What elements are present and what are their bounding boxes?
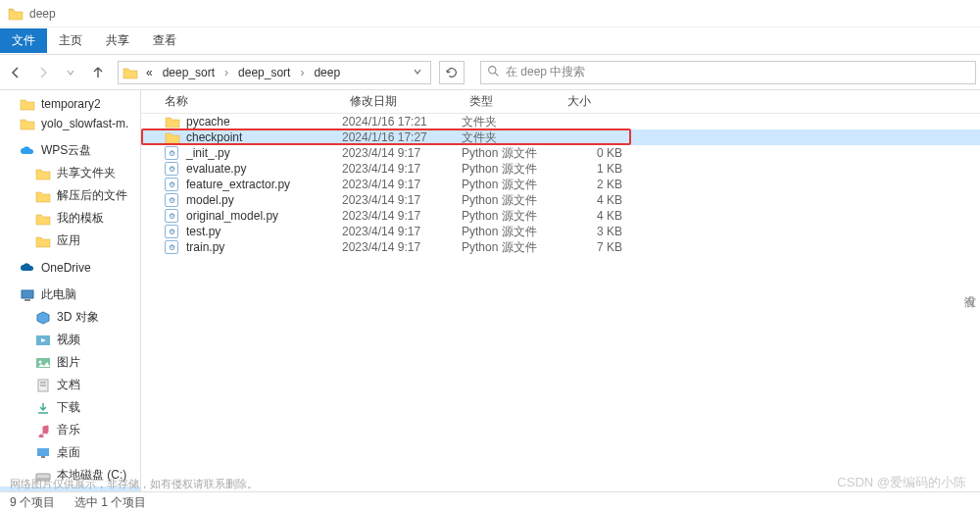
file-size: 0 KB bbox=[560, 146, 638, 160]
back-button[interactable] bbox=[4, 61, 27, 84]
breadcrumb-pre[interactable]: « bbox=[142, 64, 157, 81]
file-row[interactable]: ⚙train.py2023/4/14 9:17Python 源文件7 KB bbox=[141, 239, 980, 255]
python-file-icon: ⚙ bbox=[165, 178, 178, 191]
tree-icon bbox=[20, 117, 35, 130]
file-icon: ⚙ bbox=[165, 225, 180, 238]
sidebar-item[interactable]: 3D 对象 bbox=[0, 306, 140, 329]
file-date: 2023/4/14 9:17 bbox=[342, 209, 462, 223]
forward-button[interactable] bbox=[31, 61, 55, 84]
file-row[interactable]: ⚙_init_.py2023/4/14 9:17Python 源文件0 KB bbox=[141, 145, 980, 161]
sidebar-item[interactable]: temporary2 bbox=[0, 94, 140, 114]
breadcrumb: « deep_sort › deep_sort › deep bbox=[142, 64, 344, 81]
tree-icon bbox=[35, 446, 51, 460]
python-file-icon: ⚙ bbox=[165, 240, 178, 254]
file-size: 2 KB bbox=[560, 178, 638, 191]
search-input[interactable]: 在 deep 中搜索 bbox=[480, 61, 976, 84]
sidebar-item-label: 应用 bbox=[57, 232, 80, 249]
python-file-icon: ⚙ bbox=[165, 209, 178, 223]
watermark-text: 网络图片仅供展示，非存储，如有侵权请联系删除。 bbox=[10, 477, 258, 491]
file-icon: ⚙ bbox=[165, 146, 180, 160]
file-icon: ⚙ bbox=[165, 193, 180, 207]
tree-icon bbox=[35, 424, 51, 437]
refresh-button[interactable] bbox=[439, 61, 465, 84]
tree-icon bbox=[35, 333, 51, 347]
file-type: Python 源文件 bbox=[462, 192, 560, 209]
sidebar-item[interactable]: WPS云盘 bbox=[0, 139, 140, 162]
svg-point-7 bbox=[39, 360, 42, 363]
sidebar-item[interactable]: OneDrive bbox=[0, 258, 140, 278]
header-type[interactable]: 类型 bbox=[462, 93, 560, 110]
recent-dropdown[interactable] bbox=[59, 61, 82, 84]
file-row[interactable]: ⚙original_model.py2023/4/14 9:17Python 源… bbox=[141, 208, 980, 224]
sidebar-item[interactable]: 此电脑 bbox=[0, 283, 140, 306]
file-row[interactable]: checkpoint2024/1/16 17:27文件夹 bbox=[141, 129, 980, 145]
tree-icon bbox=[35, 167, 51, 180]
file-row[interactable]: ⚙evaluate.py2023/4/14 9:17Python 源文件1 KB bbox=[141, 161, 980, 177]
sidebar-item[interactable]: 应用 bbox=[0, 230, 140, 252]
sidebar-item[interactable]: 音乐 bbox=[0, 419, 140, 441]
tree-icon bbox=[35, 356, 51, 370]
file-name: checkpoint bbox=[186, 130, 242, 144]
sidebar-item[interactable]: 我的模板 bbox=[0, 207, 140, 230]
python-file-icon: ⚙ bbox=[165, 146, 178, 160]
tree-icon bbox=[35, 379, 51, 392]
header-name[interactable]: 名称 bbox=[141, 93, 342, 110]
file-row[interactable]: ⚙feature_extractor.py2023/4/14 9:17Pytho… bbox=[141, 177, 980, 192]
addressbar[interactable]: « deep_sort › deep_sort › deep bbox=[118, 61, 431, 84]
file-list: pycache2024/1/16 17:21文件夹checkpoint2024/… bbox=[141, 114, 980, 491]
item-count: 9 个项目 bbox=[10, 494, 55, 511]
sidebar-item[interactable]: 视频 bbox=[0, 329, 140, 351]
sidebar-item[interactable]: 桌面 bbox=[0, 441, 140, 464]
file-date: 2023/4/14 9:17 bbox=[342, 240, 462, 254]
main-panel: 名称 修改日期 类型 大小 pycache2024/1/16 17:21文件夹c… bbox=[141, 90, 980, 491]
file-type: Python 源文件 bbox=[462, 145, 560, 162]
file-row[interactable]: ⚙model.py2023/4/14 9:17Python 源文件4 KB bbox=[141, 192, 980, 208]
header-date[interactable]: 修改日期 bbox=[342, 93, 462, 110]
breadcrumb-item[interactable]: deep_sort bbox=[159, 64, 219, 81]
sidebar-item-label: yolo_slowfast-m. bbox=[41, 117, 128, 130]
sidebar-item[interactable]: 文档 bbox=[0, 374, 140, 396]
sidebar-item[interactable]: 共享文件夹 bbox=[0, 162, 140, 184]
sidebar-item-label: 图片 bbox=[57, 354, 80, 371]
sidebar-item[interactable]: 解压后的文件 bbox=[0, 184, 140, 207]
breadcrumb-item[interactable]: deep_sort bbox=[234, 64, 294, 81]
chevron-right-icon: › bbox=[220, 64, 232, 81]
toolbar: « deep_sort › deep_sort › deep 在 deep 中搜… bbox=[0, 55, 980, 90]
tree-icon bbox=[35, 234, 51, 248]
file-type: Python 源文件 bbox=[462, 161, 560, 178]
python-file-icon: ⚙ bbox=[165, 225, 178, 238]
file-row[interactable]: ⚙test.py2023/4/14 9:17Python 源文件3 KB bbox=[141, 224, 980, 239]
tab-home[interactable]: 主页 bbox=[47, 28, 94, 53]
breadcrumb-item[interactable]: deep bbox=[310, 64, 344, 81]
file-name: test.py bbox=[186, 225, 220, 238]
file-date: 2023/4/14 9:17 bbox=[342, 146, 462, 160]
file-name: model.py bbox=[186, 193, 234, 207]
sidebar-item-label: 视频 bbox=[57, 332, 80, 348]
tab-view[interactable]: 查看 bbox=[141, 28, 188, 53]
tab-file[interactable]: 文件 bbox=[0, 28, 47, 53]
file-name: original_model.py bbox=[186, 209, 278, 223]
file-row[interactable]: pycache2024/1/16 17:21文件夹 bbox=[141, 114, 980, 129]
sidebar-item[interactable]: 下载 bbox=[0, 396, 140, 419]
sidebar-item-label: 下载 bbox=[57, 399, 80, 416]
sidebar-item-label: OneDrive bbox=[41, 261, 91, 275]
file-date: 2023/4/14 9:17 bbox=[342, 178, 462, 191]
sidebar-item[interactable]: 图片 bbox=[0, 351, 140, 374]
tree-icon bbox=[35, 401, 51, 415]
folder-icon bbox=[8, 7, 24, 21]
address-dropdown[interactable] bbox=[409, 66, 426, 79]
file-type: Python 源文件 bbox=[462, 177, 560, 193]
svg-rect-2 bbox=[22, 290, 33, 298]
file-type: Python 源文件 bbox=[462, 224, 560, 240]
header-size[interactable]: 大小 bbox=[560, 93, 638, 110]
tree-icon bbox=[35, 311, 51, 325]
titlebar: deep bbox=[0, 0, 980, 27]
file-name: pycache bbox=[186, 115, 230, 128]
tab-share[interactable]: 共享 bbox=[94, 28, 141, 53]
up-button[interactable] bbox=[86, 61, 110, 84]
svg-line-1 bbox=[495, 73, 498, 76]
file-date: 2024/1/16 17:21 bbox=[342, 115, 462, 128]
menubar: 文件 主页 共享 查看 bbox=[0, 27, 980, 55]
python-file-icon: ⚙ bbox=[165, 162, 178, 176]
sidebar-item[interactable]: yolo_slowfast-m. bbox=[0, 114, 140, 133]
